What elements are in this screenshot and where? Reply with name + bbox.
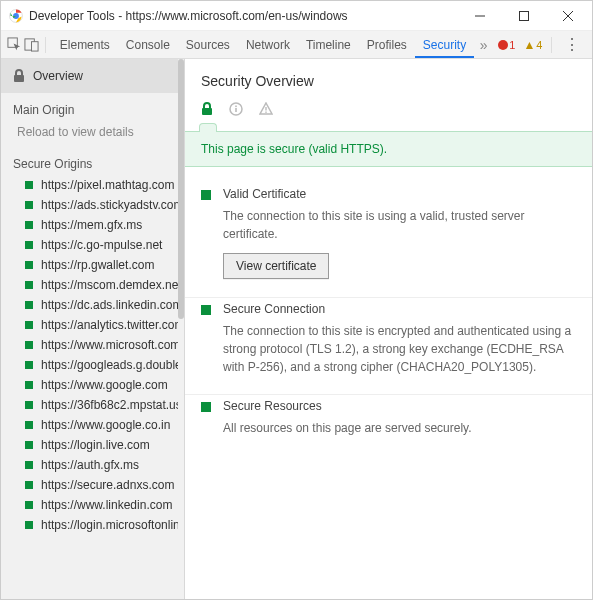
device-toolbar-icon[interactable] <box>24 33 39 57</box>
secure-resources-block: Secure Resources All resources on this p… <box>185 395 592 455</box>
origin-item[interactable]: https://www.linkedin.com <box>1 495 178 515</box>
sidebar-scroll-thumb[interactable] <box>178 59 184 319</box>
banner-connector <box>199 121 592 131</box>
tab-console[interactable]: Console <box>118 32 178 58</box>
tab-security[interactable]: Security <box>415 32 474 58</box>
origin-item[interactable]: https://auth.gfx.ms <box>1 455 178 475</box>
secure-indicator-icon <box>25 461 33 469</box>
origin-item[interactable]: https://c.go-mpulse.net <box>1 235 178 255</box>
tab-sources[interactable]: Sources <box>178 32 238 58</box>
error-icon <box>498 40 508 50</box>
warning-status-icon[interactable] <box>259 102 273 119</box>
secure-indicator-icon <box>25 241 33 249</box>
secure-indicator-icon <box>25 301 33 309</box>
devtools-body: Overview Main Origin Reload to view deta… <box>1 59 592 599</box>
origin-item[interactable]: https://mem.gfx.ms <box>1 215 178 235</box>
origin-item[interactable]: https://www.microsoft.com <box>1 335 178 355</box>
toolbar-separator <box>551 37 552 53</box>
origin-url: https://secure.adnxs.com <box>41 478 174 492</box>
origin-item[interactable]: https://rp.gwallet.com <box>1 255 178 275</box>
warning-count[interactable]: ▲ 4 <box>523 38 542 52</box>
origin-url: https://login.microsoftonlin <box>41 518 178 532</box>
secure-indicator-icon <box>25 221 33 229</box>
origin-item[interactable]: https://www.google.co.in <box>1 415 178 435</box>
window-title: Developer Tools - https://www.microsoft.… <box>29 9 458 23</box>
origin-url: https://auth.gfx.ms <box>41 458 139 472</box>
origin-item[interactable]: https://mscom.demdex.net <box>1 275 178 295</box>
origin-item[interactable]: https://login.live.com <box>1 435 178 455</box>
devtools-toolbar: ElementsConsoleSourcesNetworkTimelinePro… <box>1 31 592 59</box>
secure-connection-text: The connection to this site is encrypted… <box>223 322 576 376</box>
secure-indicator-icon <box>201 190 211 200</box>
origin-url: https://pixel.mathtag.com <box>41 178 174 192</box>
origin-url: https://mscom.demdex.net <box>41 278 178 292</box>
secure-indicator-icon <box>201 305 211 315</box>
warning-count-value: 4 <box>536 39 542 51</box>
secure-indicator-icon <box>25 361 33 369</box>
origin-item[interactable]: https://pixel.mathtag.com <box>1 175 178 195</box>
lock-icon <box>13 69 25 83</box>
page-title: Security Overview <box>185 59 592 99</box>
origin-item[interactable]: https://36fb68c2.mpstat.us <box>1 395 178 415</box>
warning-icon: ▲ <box>523 38 535 52</box>
security-sidebar: Overview Main Origin Reload to view deta… <box>1 59 185 599</box>
secure-indicator-icon <box>25 321 33 329</box>
sidebar-overview-item[interactable]: Overview <box>1 59 178 93</box>
svg-rect-12 <box>265 111 266 112</box>
secure-indicator-icon <box>25 381 33 389</box>
toolbar-separator <box>45 37 46 53</box>
main-origin-hint: Reload to view details <box>1 121 178 147</box>
origin-url: https://c.go-mpulse.net <box>41 238 162 252</box>
main-origin-header: Main Origin <box>1 93 178 121</box>
secure-indicator-icon <box>25 181 33 189</box>
secure-indicator-icon <box>25 401 33 409</box>
origin-url: https://googleads.g.doublec <box>41 358 178 372</box>
origin-item[interactable]: https://secure.adnxs.com <box>1 475 178 495</box>
view-certificate-button[interactable]: View certificate <box>223 253 329 279</box>
secure-indicator-icon <box>25 521 33 529</box>
security-main-panel: Security Overview This page is secure (v… <box>185 59 592 599</box>
kebab-menu-icon[interactable]: ⋮ <box>558 35 586 54</box>
origin-item[interactable]: https://analytics.twitter.com <box>1 315 178 335</box>
origin-url: https://www.google.com <box>41 378 168 392</box>
origin-item[interactable]: https://login.microsoftonlin <box>1 515 178 535</box>
secure-indicator-icon <box>25 501 33 509</box>
secure-indicator-icon <box>25 421 33 429</box>
tab-profiles[interactable]: Profiles <box>359 32 415 58</box>
minimize-button[interactable] <box>458 2 502 30</box>
secure-connection-title: Secure Connection <box>223 302 576 316</box>
svg-rect-9 <box>235 108 237 112</box>
secure-connection-block: Secure Connection The connection to this… <box>185 298 592 395</box>
sidebar-scrollbar[interactable] <box>178 59 184 599</box>
origin-url: https://www.linkedin.com <box>41 498 172 512</box>
origin-item[interactable]: https://googleads.g.doublec <box>1 355 178 375</box>
tab-network[interactable]: Network <box>238 32 298 58</box>
origin-url: https://dc.ads.linkedin.com <box>41 298 178 312</box>
secure-indicator-icon <box>25 481 33 489</box>
close-button[interactable] <box>546 2 590 30</box>
secure-indicator-icon <box>201 402 211 412</box>
window-titlebar: Developer Tools - https://www.microsoft.… <box>1 1 592 31</box>
secure-indicator-icon <box>25 281 33 289</box>
maximize-button[interactable] <box>502 2 546 30</box>
tab-timeline[interactable]: Timeline <box>298 32 359 58</box>
status-icon-row <box>185 99 592 121</box>
origin-url: https://www.microsoft.com <box>41 338 178 352</box>
security-banner: This page is secure (valid HTTPS). <box>185 131 592 167</box>
lock-status-icon[interactable] <box>201 102 213 119</box>
svg-rect-2 <box>520 11 529 20</box>
origin-item[interactable]: https://www.google.com <box>1 375 178 395</box>
tab-elements[interactable]: Elements <box>52 32 118 58</box>
secure-origins-list: https://pixel.mathtag.comhttps://ads.sti… <box>1 175 178 535</box>
error-count-value: 1 <box>509 39 515 51</box>
info-status-icon[interactable] <box>229 102 243 119</box>
svg-rect-5 <box>32 42 39 51</box>
origin-url: https://36fb68c2.mpstat.us <box>41 398 178 412</box>
origin-item[interactable]: https://ads.stickyadstv.com <box>1 195 178 215</box>
secure-indicator-icon <box>25 261 33 269</box>
error-count[interactable]: 1 <box>498 39 515 51</box>
svg-rect-11 <box>265 107 266 111</box>
origin-item[interactable]: https://dc.ads.linkedin.com <box>1 295 178 315</box>
inspect-element-icon[interactable] <box>7 33 22 57</box>
more-tabs-icon[interactable]: » <box>476 33 491 57</box>
